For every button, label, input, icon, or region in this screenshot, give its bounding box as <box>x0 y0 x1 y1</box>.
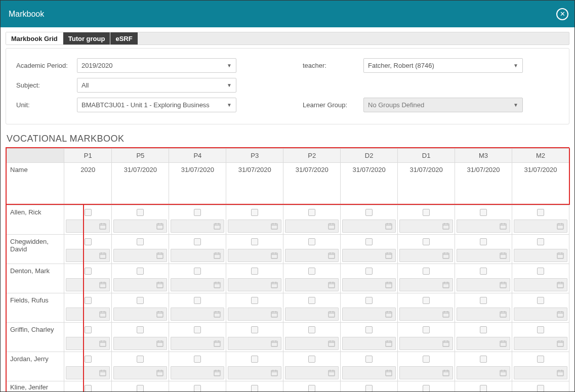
checkbox[interactable] <box>480 238 487 245</box>
date-input[interactable] <box>399 249 453 262</box>
checkbox[interactable] <box>137 356 144 363</box>
checkbox[interactable] <box>308 356 315 363</box>
checkbox[interactable] <box>251 238 258 245</box>
close-icon[interactable]: ✕ <box>556 8 568 20</box>
checkbox[interactable] <box>194 238 201 245</box>
date-input[interactable] <box>342 249 396 262</box>
checkbox[interactable] <box>251 268 258 275</box>
checkbox[interactable] <box>194 385 201 391</box>
date-input[interactable] <box>399 220 453 233</box>
checkbox[interactable] <box>480 297 487 304</box>
checkbox[interactable] <box>537 209 544 216</box>
checkbox[interactable] <box>423 297 430 304</box>
date-input[interactable] <box>228 337 281 350</box>
checkbox[interactable] <box>537 356 544 363</box>
checkbox[interactable] <box>423 356 430 363</box>
date-input[interactable] <box>457 366 510 379</box>
checkbox[interactable] <box>423 385 430 391</box>
date-input[interactable] <box>171 249 224 262</box>
date-input[interactable] <box>285 220 339 233</box>
date-input[interactable] <box>171 308 224 321</box>
date-input[interactable] <box>113 366 167 379</box>
checkbox[interactable] <box>480 326 487 333</box>
date-input[interactable] <box>113 249 167 262</box>
checkbox[interactable] <box>423 268 430 275</box>
checkbox[interactable] <box>365 268 373 275</box>
checkbox[interactable] <box>137 238 144 245</box>
date-input[interactable] <box>514 337 567 350</box>
checkbox[interactable] <box>194 356 201 363</box>
date-input[interactable] <box>399 366 453 379</box>
checkbox[interactable] <box>85 209 92 216</box>
checkbox[interactable] <box>308 209 315 216</box>
date-input[interactable] <box>228 366 281 379</box>
checkbox[interactable] <box>480 209 487 216</box>
checkbox[interactable] <box>365 385 373 391</box>
checkbox[interactable] <box>365 209 373 216</box>
date-input[interactable] <box>66 366 110 379</box>
checkbox[interactable] <box>85 238 92 245</box>
tab-markbook-grid[interactable]: Markbook Grid <box>6 32 63 45</box>
checkbox[interactable] <box>194 326 201 333</box>
date-input[interactable] <box>285 366 339 379</box>
date-input[interactable] <box>228 308 281 321</box>
date-input[interactable] <box>285 337 339 350</box>
date-input[interactable] <box>457 220 510 233</box>
checkbox[interactable] <box>423 209 430 216</box>
checkbox[interactable] <box>251 326 258 333</box>
date-input[interactable] <box>171 278 224 291</box>
checkbox[interactable] <box>194 268 201 275</box>
checkbox[interactable] <box>194 297 201 304</box>
date-input[interactable] <box>514 220 567 233</box>
checkbox[interactable] <box>251 356 258 363</box>
date-input[interactable] <box>66 249 110 262</box>
date-input[interactable] <box>66 220 110 233</box>
date-input[interactable] <box>66 308 110 321</box>
date-input[interactable] <box>514 278 567 291</box>
checkbox[interactable] <box>137 268 144 275</box>
date-input[interactable] <box>399 278 453 291</box>
date-input[interactable] <box>228 220 281 233</box>
tab-esrf[interactable]: eSRF <box>110 32 138 45</box>
tab-tutor-group[interactable]: Tutor group <box>63 32 111 45</box>
checkbox[interactable] <box>194 209 201 216</box>
checkbox[interactable] <box>308 326 315 333</box>
checkbox[interactable] <box>480 385 487 391</box>
date-input[interactable] <box>228 278 281 291</box>
date-input[interactable] <box>171 220 224 233</box>
checkbox[interactable] <box>308 297 315 304</box>
date-input[interactable] <box>171 366 224 379</box>
checkbox[interactable] <box>365 356 373 363</box>
learner-group-select[interactable]: No Groups Defined ▼ <box>363 98 523 112</box>
checkbox[interactable] <box>85 356 92 363</box>
date-input[interactable] <box>514 249 567 262</box>
checkbox[interactable] <box>137 385 144 391</box>
checkbox[interactable] <box>365 238 373 245</box>
date-input[interactable] <box>457 249 510 262</box>
checkbox[interactable] <box>308 238 315 245</box>
date-input[interactable] <box>457 337 510 350</box>
checkbox[interactable] <box>308 268 315 275</box>
unit-select[interactable]: BMABTC3U01 - Unit 1 - Exploring Business… <box>77 98 236 112</box>
checkbox[interactable] <box>137 326 144 333</box>
checkbox[interactable] <box>251 209 258 216</box>
checkbox[interactable] <box>251 297 258 304</box>
date-input[interactable] <box>113 337 167 350</box>
date-input[interactable] <box>399 308 453 321</box>
date-input[interactable] <box>113 220 167 233</box>
checkbox[interactable] <box>537 268 544 275</box>
academic-period-select[interactable]: 2019/2020 ▼ <box>77 58 236 73</box>
date-input[interactable] <box>113 278 167 291</box>
checkbox[interactable] <box>85 326 92 333</box>
date-input[interactable] <box>342 220 396 233</box>
date-input[interactable] <box>285 249 339 262</box>
date-input[interactable] <box>457 308 510 321</box>
date-input[interactable] <box>285 308 339 321</box>
date-input[interactable] <box>285 278 339 291</box>
checkbox[interactable] <box>251 385 258 391</box>
checkbox[interactable] <box>537 297 544 304</box>
checkbox[interactable] <box>480 356 487 363</box>
date-input[interactable] <box>399 337 453 350</box>
date-input[interactable] <box>514 308 567 321</box>
date-input[interactable] <box>228 249 281 262</box>
